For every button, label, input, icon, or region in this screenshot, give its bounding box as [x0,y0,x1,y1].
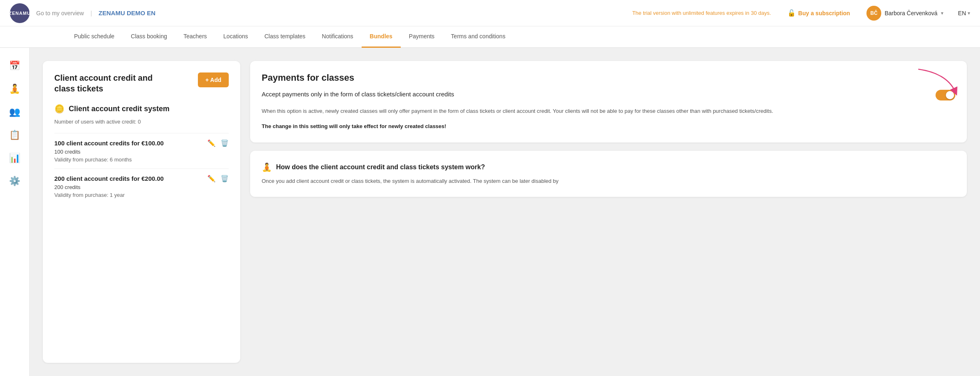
how-works-card: 🧘 How does the client account credit and… [250,151,967,197]
user-name: Barbora Červenková [885,10,937,16]
how-works-header: 🧘 How does the client account credit and… [262,162,955,172]
coin-icon: 🪙 [54,104,65,114]
sidebar-chart-icon[interactable]: 📊 [5,148,25,168]
trial-notice: The trial version with unlimited feature… [632,10,771,16]
chevron-down-icon: ▾ [941,10,943,16]
add-button[interactable]: + Add [198,72,229,87]
sidebar: 📅 🧘 👥 📋 📊 ⚙️ [0,48,30,376]
user-avatar: BČ [866,6,881,21]
panel-title: Client account credit andclass tickets [54,72,153,94]
sidebar-calendar-icon[interactable]: 📅 [5,56,25,76]
nav-payments[interactable]: Payments [401,26,443,48]
nav-bundles[interactable]: Bundles [362,26,401,48]
payment-setting-text: Accept payments only in the form of clas… [262,90,454,99]
lang-chevron-icon: ▾ [968,10,970,16]
credit-item-header: 200 client account credits for €200.00 ✏… [54,175,229,182]
buy-subscription-button[interactable]: 🔓 Buy a subscription [787,9,850,17]
content-area: Client account credit andclass tickets +… [30,48,980,376]
payment-setting: Accept payments only in the form of clas… [262,90,955,100]
payments-card: Payments for classes Accept payments onl… [250,61,967,142]
nav-terms[interactable]: Terms and conditions [443,26,513,48]
credit-item-name: 200 client account credits for €200.00 [54,175,164,182]
active-users-label: Number of users with active credit: 0 [54,119,229,125]
panel-header: Client account credit andclass tickets +… [54,72,229,94]
toggle-thumb [946,91,954,99]
credit-item-validity: Validity from purchase: 1 year [54,192,229,198]
how-works-icon: 🧘 [262,162,272,172]
nav-teachers[interactable]: Teachers [175,26,215,48]
sidebar-person-icon[interactable]: 🧘 [5,79,25,99]
nav-notifications[interactable]: Notifications [314,26,361,48]
main-layout: 📅 🧘 👥 📋 📊 ⚙️ Client account credit andcl… [0,48,980,376]
edit-icon[interactable]: ✏️ [207,139,216,147]
section-heading: 🪙 Client account credit system [54,104,229,114]
credit-item-header: 100 client account credits for €100.00 ✏… [54,139,229,147]
delete-icon[interactable]: 🗑️ [221,175,229,182]
credit-item-actions: ✏️ 🗑️ [207,139,229,147]
credit-item-credits: 100 credits [54,149,229,155]
user-menu[interactable]: BČ Barbora Červenková ▾ [866,6,943,21]
delete-icon[interactable]: 🗑️ [221,139,229,147]
edit-icon[interactable]: ✏️ [207,175,216,182]
payment-description: When this option is active, newly create… [262,107,955,116]
demo-title: ZENAMU DEMO EN [99,9,156,16]
sidebar-settings-icon[interactable]: ⚙️ [5,171,25,191]
top-bar: ZENAMU Go to my overview | ZENAMU DEMO E… [0,0,980,26]
how-works-body: Once you add client account credit or cl… [262,177,955,186]
credit-item-name: 100 client account credits for €100.00 [54,140,164,147]
payment-note: The change in this setting will only tak… [262,122,955,131]
logo: ZENAMU [10,3,30,23]
credit-item: 200 client account credits for €200.00 ✏… [54,168,229,204]
logo-area: ZENAMU Go to my overview | ZENAMU DEMO E… [10,3,156,23]
nav-public-schedule[interactable]: Public schedule [66,26,123,48]
credit-item: 100 client account credits for €100.00 ✏… [54,133,229,168]
lock-icon: 🔓 [787,9,796,17]
how-works-title: How does the client account credit and c… [276,163,485,171]
credit-item-validity: Validity from purchase: 6 months [54,156,229,163]
payment-toggle[interactable] [936,90,955,100]
nav-class-booking[interactable]: Class booking [123,26,175,48]
nav-class-templates[interactable]: Class templates [256,26,314,48]
language-selector[interactable]: EN ▾ [958,10,970,16]
nav-bar: Public schedule Class booking Teachers L… [0,26,980,48]
right-panel: Payments for classes Accept payments onl… [250,61,967,363]
section-heading-text: Client account credit system [69,105,170,113]
left-panel: Client account credit andclass tickets +… [43,61,240,363]
payments-card-title: Payments for classes [262,72,955,83]
toggle-track[interactable] [936,90,955,100]
sidebar-group-icon[interactable]: 👥 [5,102,25,122]
credit-item-actions: ✏️ 🗑️ [207,175,229,182]
go-to-overview-link[interactable]: Go to my overview [36,10,84,16]
credit-item-credits: 200 credits [54,184,229,190]
sidebar-document-icon[interactable]: 📋 [5,125,25,145]
nav-locations[interactable]: Locations [215,26,256,48]
